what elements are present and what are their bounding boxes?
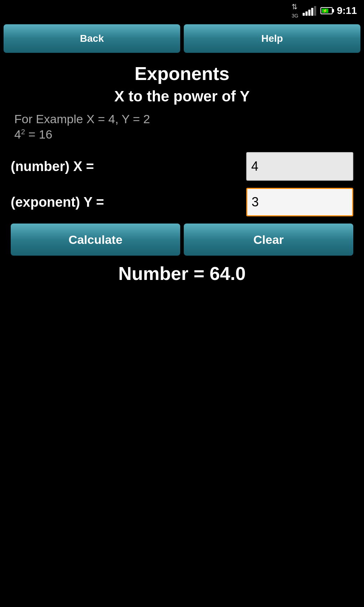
page-title: Exponents — [11, 63, 353, 84]
example-line2: 42 = 16 — [11, 127, 353, 141]
x-label: (number) X = — [11, 159, 246, 174]
example-result: = 16 — [25, 127, 52, 141]
network-3g-icon: ⇅3G — [292, 2, 298, 19]
nav-bar: Back Help — [0, 21, 364, 56]
y-label: (exponent) Y = — [11, 195, 246, 210]
content-area: Exponents X to the power of Y For Exampl… — [0, 56, 364, 291]
x-input[interactable] — [246, 152, 353, 181]
y-input-row: (exponent) Y = — [11, 188, 353, 216]
status-time: 9:11 — [337, 5, 357, 16]
example-exponent: 2 — [21, 128, 25, 136]
status-bar: ⇅3G ⚡ 9:11 — [0, 0, 364, 21]
result-display: Number = 64.0 — [11, 263, 353, 284]
example-base: 4 — [14, 127, 21, 141]
page-subtitle: X to the power of Y — [11, 88, 353, 105]
example-line1: For Example X = 4, Y = 2 — [11, 112, 353, 126]
back-button[interactable]: Back — [4, 24, 180, 53]
x-input-row: (number) X = — [11, 152, 353, 181]
action-bar: Calculate Clear — [11, 224, 353, 256]
clear-button[interactable]: Clear — [184, 224, 353, 256]
help-button[interactable]: Help — [184, 24, 360, 53]
signal-strength-icon — [303, 6, 316, 16]
y-input[interactable] — [246, 188, 353, 216]
calculate-button[interactable]: Calculate — [11, 224, 180, 256]
battery-icon: ⚡ — [320, 7, 333, 14]
